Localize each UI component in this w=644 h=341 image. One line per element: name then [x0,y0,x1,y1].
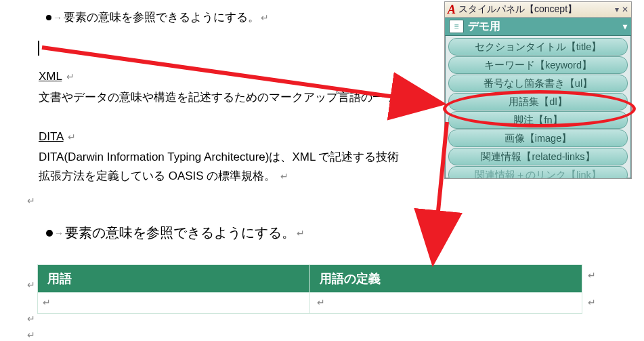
table-return-right-top: ↵ [588,270,596,281]
td-def-mark: ↵ [317,297,325,308]
tab-arrow: → [54,228,64,239]
panel-item-label: 用語集【dl】 [509,96,567,107]
para-mark-icon: ↵ [261,12,269,23]
style-panel: A スタイルパネル【concept】 ▾ ✕ ≡ デモ用 ▾ セクションタイトル… [444,1,632,179]
chevron-down-icon[interactable]: ▾ [615,5,619,14]
td-term-mark: ↵ [43,297,51,308]
panel-item-label: 関連情報【related-links】 [481,151,595,162]
td-def[interactable] [310,293,582,314]
term-dita-text: DITA [39,130,64,143]
final-end-mark: ↵ [27,329,35,340]
def-xml: 文書やデータの意味や構造を記述するためのマークアップ言語の一つ。 ↵ [39,89,420,106]
panel-item-fn[interactable]: 脚注【fn】 [448,111,628,129]
bullet-line-1: → 要素の意味を参照できるようにする。 ↵ [46,9,269,25]
panel-item-label: キーワード【keyword】 [484,60,592,71]
panel-item-link[interactable]: 関連情報＋のリンク【link】 [448,166,628,179]
def-dita-line2: 拡張方法を定義している OASIS の標準規格。 ↵ [39,168,288,185]
style-a-icon: A [448,3,456,16]
bullet-text-2: 要素の意味を参照できるようにする。 [65,224,295,242]
panel-subhead[interactable]: ≡ デモ用 ▾ [445,18,631,36]
table-return-left-bot: ↵ [27,313,35,324]
table-header-row: 用語 用語の定義 [38,265,582,293]
para-mark-icon: ↵ [412,92,420,103]
panel-item-label: セクションタイトル【title】 [475,41,602,52]
def-dita-line1: DITA(Darwin Information Typing Architect… [39,149,400,166]
panel-item-dl[interactable]: 用語集【dl】 [448,93,628,111]
panel-item-ul[interactable]: 番号なし箇条書き【ul】 [448,75,628,92]
panel-item-image[interactable]: 画像【image】 [448,129,628,147]
table-row [38,293,582,314]
panel-item-label: 番号なし箇条書き【ul】 [484,78,593,89]
panel-item-title[interactable]: セクションタイトル【title】 [448,38,628,56]
definition-table: 用語 用語の定義 [37,264,582,314]
def-dita-text1: DITA(Darwin Information Typing Architect… [39,151,400,163]
term-xml: XML ↵ [39,70,74,83]
para-mark-icon: ↵ [280,171,288,182]
section-end-mark: ↵ [27,195,35,206]
panel-titlebar[interactable]: A スタイルパネル【concept】 ▾ ✕ [445,2,631,18]
text-cursor [38,41,39,56]
th-def: 用語の定義 [310,265,582,293]
td-term[interactable] [38,293,310,314]
panel-item-keyword[interactable]: キーワード【keyword】 [448,56,628,74]
panel-body: セクションタイトル【title】 キーワード【keyword】 番号なし箇条書き… [445,36,631,179]
table-return-left-top: ↵ [27,279,35,290]
bullet-line-2: → 要素の意味を参照できるようにする。 ↵ [46,224,305,242]
panel-item-label: 画像【image】 [505,133,572,144]
def-dita-text2: 拡張方法を定義している OASIS の標準規格。 [39,169,276,182]
panel-item-label: 関連情報＋のリンク【link】 [475,169,601,179]
panel-subhead-text: デモ用 [468,20,500,34]
para-mark-icon: ↵ [66,71,74,82]
def-xml-text: 文書やデータの意味や構造を記述するためのマークアップ言語の一つ。 [39,91,407,104]
panel-item-label: 脚注【fn】 [513,115,562,125]
panel-title: スタイルパネル【concept】 [458,3,577,16]
para-mark-icon: ↵ [68,132,76,142]
list-icon: ≡ [449,20,464,33]
term-dita: DITA ↵ [39,130,76,144]
table-return-right-bot: ↵ [588,297,596,308]
bullet-text-1: 要素の意味を参照できるようにする。 [64,9,259,25]
close-icon[interactable]: ✕ [622,5,628,14]
para-mark-icon: ↵ [297,228,305,239]
term-xml-text: XML [39,70,62,83]
th-term: 用語 [38,265,310,293]
bullet-dot-icon [46,15,51,20]
chevron-down-icon[interactable]: ▾ [623,22,627,31]
panel-item-related-links[interactable]: 関連情報【related-links】 [448,148,628,165]
bullet-dot-icon [46,230,53,237]
tab-arrow: → [53,12,62,23]
